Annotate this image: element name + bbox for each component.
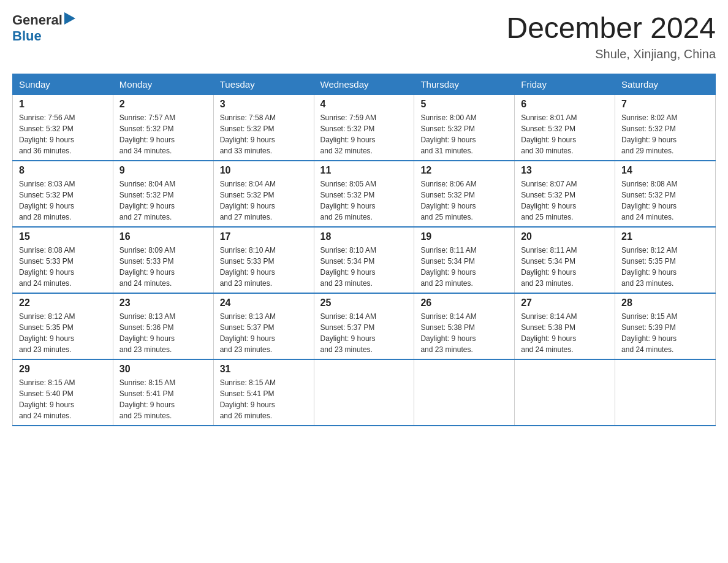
day-number: 22: [19, 297, 107, 308]
day-info: Sunrise: 8:08 AMSunset: 5:32 PMDaylight:…: [621, 178, 709, 223]
day-number: 10: [220, 165, 308, 176]
calendar-cell: 26Sunrise: 8:14 AMSunset: 5:38 PMDayligh…: [414, 293, 515, 359]
calendar-cell: 5Sunrise: 8:00 AMSunset: 5:32 PMDaylight…: [414, 94, 515, 161]
calendar-cell: [314, 359, 414, 426]
calendar-cell: 4Sunrise: 7:59 AMSunset: 5:32 PMDaylight…: [314, 94, 414, 161]
day-number: 31: [220, 364, 308, 375]
day-info: Sunrise: 8:04 AMSunset: 5:32 PMDaylight:…: [119, 178, 207, 223]
calendar-week-row: 1Sunrise: 7:56 AMSunset: 5:32 PMDaylight…: [13, 94, 716, 161]
calendar-cell: 25Sunrise: 8:14 AMSunset: 5:37 PMDayligh…: [314, 293, 414, 359]
calendar-week-row: 15Sunrise: 8:08 AMSunset: 5:33 PMDayligh…: [13, 227, 716, 293]
weekday-header-tuesday: Tuesday: [213, 74, 314, 94]
calendar-cell: 15Sunrise: 8:08 AMSunset: 5:33 PMDayligh…: [13, 227, 113, 293]
day-info: Sunrise: 7:58 AMSunset: 5:32 PMDaylight:…: [220, 112, 308, 156]
calendar-cell: 21Sunrise: 8:12 AMSunset: 5:35 PMDayligh…: [615, 227, 716, 293]
page-header: General Blue December 2024 Shule, Xinjia…: [12, 12, 716, 61]
calendar-cell: 9Sunrise: 8:04 AMSunset: 5:32 PMDaylight…: [113, 161, 213, 227]
day-info: Sunrise: 8:11 AMSunset: 5:34 PMDaylight:…: [521, 245, 609, 289]
day-info: Sunrise: 8:13 AMSunset: 5:36 PMDaylight:…: [119, 311, 207, 355]
weekday-header-row: SundayMondayTuesdayWednesdayThursdayFrid…: [13, 74, 716, 94]
calendar-cell: 14Sunrise: 8:08 AMSunset: 5:32 PMDayligh…: [615, 161, 716, 227]
day-number: 16: [119, 231, 207, 242]
calendar-cell: 22Sunrise: 8:12 AMSunset: 5:35 PMDayligh…: [13, 293, 113, 359]
calendar-cell: 29Sunrise: 8:15 AMSunset: 5:40 PMDayligh…: [13, 359, 113, 426]
day-info: Sunrise: 8:13 AMSunset: 5:37 PMDaylight:…: [220, 311, 308, 355]
day-info: Sunrise: 8:10 AMSunset: 5:33 PMDaylight:…: [220, 245, 308, 289]
day-number: 3: [220, 99, 308, 110]
day-info: Sunrise: 8:07 AMSunset: 5:32 PMDaylight:…: [521, 178, 609, 223]
weekday-header-sunday: Sunday: [13, 74, 113, 94]
day-info: Sunrise: 8:00 AMSunset: 5:32 PMDaylight:…: [420, 112, 508, 156]
day-number: 6: [521, 99, 609, 110]
logo-blue-text: Blue: [12, 28, 42, 44]
calendar-cell: 17Sunrise: 8:10 AMSunset: 5:33 PMDayligh…: [213, 227, 314, 293]
calendar-cell: 10Sunrise: 8:04 AMSunset: 5:32 PMDayligh…: [213, 161, 314, 227]
day-number: 23: [119, 297, 207, 308]
day-info: Sunrise: 8:15 AMSunset: 5:41 PMDaylight:…: [119, 377, 207, 421]
calendar-cell: 11Sunrise: 8:05 AMSunset: 5:32 PMDayligh…: [314, 161, 414, 227]
day-info: Sunrise: 7:59 AMSunset: 5:32 PMDaylight:…: [320, 112, 408, 156]
svg-marker-0: [64, 12, 75, 25]
day-info: Sunrise: 8:08 AMSunset: 5:33 PMDaylight:…: [19, 245, 107, 289]
logo-general-text: General: [12, 12, 63, 28]
day-number: 14: [621, 165, 709, 176]
calendar-cell: 6Sunrise: 8:01 AMSunset: 5:32 PMDaylight…: [515, 94, 615, 161]
location-subtitle: Shule, Xinjiang, China: [506, 47, 716, 61]
day-info: Sunrise: 8:05 AMSunset: 5:32 PMDaylight:…: [320, 178, 408, 223]
day-number: 15: [19, 231, 107, 242]
calendar-cell: 20Sunrise: 8:11 AMSunset: 5:34 PMDayligh…: [515, 227, 615, 293]
weekday-header-friday: Friday: [515, 74, 615, 94]
day-number: 24: [220, 297, 308, 308]
day-info: Sunrise: 8:04 AMSunset: 5:32 PMDaylight:…: [220, 178, 308, 223]
day-number: 11: [320, 165, 408, 176]
day-info: Sunrise: 8:10 AMSunset: 5:34 PMDaylight:…: [320, 245, 408, 289]
calendar-cell: [615, 359, 716, 426]
day-number: 27: [521, 297, 609, 308]
title-block: December 2024 Shule, Xinjiang, China: [506, 12, 716, 61]
day-info: Sunrise: 8:11 AMSunset: 5:34 PMDaylight:…: [420, 245, 508, 289]
day-info: Sunrise: 8:12 AMSunset: 5:35 PMDaylight:…: [621, 245, 709, 289]
day-number: 21: [621, 231, 709, 242]
day-number: 18: [320, 231, 408, 242]
calendar-cell: 30Sunrise: 8:15 AMSunset: 5:41 PMDayligh…: [113, 359, 213, 426]
day-number: 7: [621, 99, 709, 110]
calendar-cell: 18Sunrise: 8:10 AMSunset: 5:34 PMDayligh…: [314, 227, 414, 293]
calendar-cell: [414, 359, 515, 426]
day-info: Sunrise: 8:03 AMSunset: 5:32 PMDaylight:…: [19, 178, 107, 223]
calendar-week-row: 22Sunrise: 8:12 AMSunset: 5:35 PMDayligh…: [13, 293, 716, 359]
day-number: 30: [119, 364, 207, 375]
calendar-cell: 1Sunrise: 7:56 AMSunset: 5:32 PMDaylight…: [13, 94, 113, 161]
day-info: Sunrise: 8:02 AMSunset: 5:32 PMDaylight:…: [621, 112, 709, 156]
day-info: Sunrise: 8:09 AMSunset: 5:33 PMDaylight:…: [119, 245, 207, 289]
day-info: Sunrise: 8:01 AMSunset: 5:32 PMDaylight:…: [521, 112, 609, 156]
day-number: 26: [420, 297, 508, 308]
weekday-header-wednesday: Wednesday: [314, 74, 414, 94]
weekday-header-thursday: Thursday: [414, 74, 515, 94]
day-info: Sunrise: 8:14 AMSunset: 5:37 PMDaylight:…: [320, 311, 408, 355]
day-number: 28: [621, 297, 709, 308]
month-year-title: December 2024: [506, 12, 716, 45]
day-number: 13: [521, 165, 609, 176]
day-info: Sunrise: 8:14 AMSunset: 5:38 PMDaylight:…: [420, 311, 508, 355]
calendar-cell: 24Sunrise: 8:13 AMSunset: 5:37 PMDayligh…: [213, 293, 314, 359]
day-info: Sunrise: 8:06 AMSunset: 5:32 PMDaylight:…: [420, 178, 508, 223]
logo: General Blue: [12, 12, 75, 44]
day-number: 8: [19, 165, 107, 176]
calendar-cell: 13Sunrise: 8:07 AMSunset: 5:32 PMDayligh…: [515, 161, 615, 227]
day-number: 19: [420, 231, 508, 242]
calendar-cell: 7Sunrise: 8:02 AMSunset: 5:32 PMDaylight…: [615, 94, 716, 161]
weekday-header-saturday: Saturday: [615, 74, 716, 94]
calendar-cell: [515, 359, 615, 426]
day-number: 9: [119, 165, 207, 176]
logo-arrow-icon: [64, 12, 75, 27]
calendar-cell: 8Sunrise: 8:03 AMSunset: 5:32 PMDaylight…: [13, 161, 113, 227]
calendar-cell: 16Sunrise: 8:09 AMSunset: 5:33 PMDayligh…: [113, 227, 213, 293]
day-info: Sunrise: 8:15 AMSunset: 5:40 PMDaylight:…: [19, 377, 107, 421]
day-number: 2: [119, 99, 207, 110]
day-number: 12: [420, 165, 508, 176]
calendar-cell: 19Sunrise: 8:11 AMSunset: 5:34 PMDayligh…: [414, 227, 515, 293]
day-number: 29: [19, 364, 107, 375]
day-number: 4: [320, 99, 408, 110]
calendar-week-row: 29Sunrise: 8:15 AMSunset: 5:40 PMDayligh…: [13, 359, 716, 426]
day-info: Sunrise: 8:15 AMSunset: 5:41 PMDaylight:…: [220, 377, 308, 421]
